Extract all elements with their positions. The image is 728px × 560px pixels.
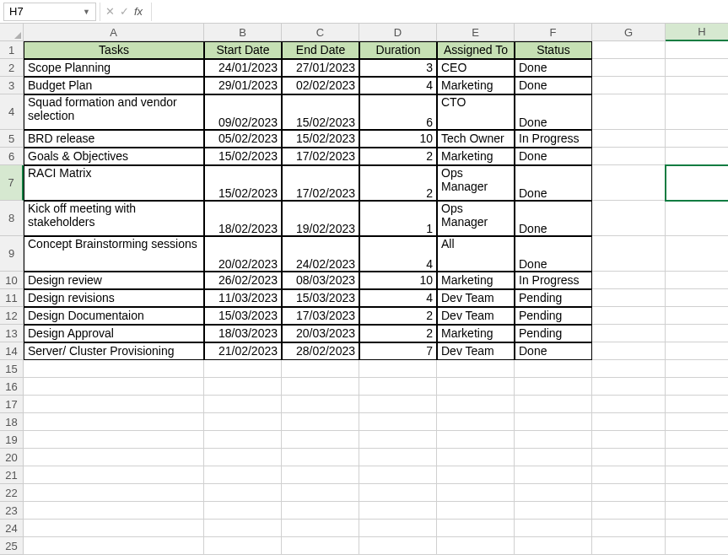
- cell-task[interactable]: Kick off meeting with stakeholders: [24, 201, 204, 236]
- cell-G10[interactable]: [592, 272, 666, 289]
- cell-start[interactable]: 29/01/2023: [204, 77, 282, 94]
- header-d[interactable]: Duration: [359, 41, 437, 59]
- cell-status[interactable]: Done: [515, 77, 592, 94]
- cell-start[interactable]: 11/03/2023: [204, 289, 282, 307]
- cell-G23[interactable]: [592, 502, 666, 520]
- cell-H7[interactable]: [666, 165, 728, 201]
- cell-dur[interactable]: 2: [359, 325, 437, 342]
- cell-F17[interactable]: [515, 396, 592, 413]
- cell-G5[interactable]: [592, 130, 666, 148]
- cell-dur[interactable]: 1: [359, 201, 437, 236]
- cell-C23[interactable]: [282, 502, 359, 520]
- cell-D21[interactable]: [359, 466, 437, 484]
- cell-H18[interactable]: [666, 413, 728, 431]
- cell-H20[interactable]: [666, 449, 728, 466]
- row-head-13[interactable]: 13: [0, 325, 24, 342]
- row-head-2[interactable]: 2: [0, 59, 24, 77]
- cell-H24[interactable]: [666, 520, 728, 537]
- cell-task[interactable]: Squad formation and vendor selection: [24, 94, 204, 130]
- cell-who[interactable]: Marketing: [437, 77, 515, 94]
- cell-F22[interactable]: [515, 484, 592, 502]
- cell-who[interactable]: All: [437, 236, 515, 272]
- cell-G11[interactable]: [592, 289, 666, 307]
- cell-F15[interactable]: [515, 360, 592, 378]
- cell-dur[interactable]: 10: [359, 130, 437, 148]
- cell-end[interactable]: 24/02/2023: [282, 236, 359, 272]
- accept-icon[interactable]: ✓: [120, 5, 129, 18]
- cell-end[interactable]: 15/02/2023: [282, 130, 359, 148]
- row-head-10[interactable]: 10: [0, 272, 24, 289]
- cell-H6[interactable]: [666, 148, 728, 165]
- cell-status[interactable]: Pending: [515, 325, 592, 342]
- cell-C22[interactable]: [282, 484, 359, 502]
- cell-start[interactable]: 18/02/2023: [204, 201, 282, 236]
- cell-status[interactable]: Done: [515, 342, 592, 360]
- cell-G16[interactable]: [592, 378, 666, 396]
- cell-B19[interactable]: [204, 431, 282, 449]
- cell-G6[interactable]: [592, 148, 666, 165]
- cell-E15[interactable]: [437, 360, 515, 378]
- cell-H15[interactable]: [666, 360, 728, 378]
- cell-B23[interactable]: [204, 502, 282, 520]
- cell-H4[interactable]: [666, 94, 728, 130]
- cell-G8[interactable]: [592, 201, 666, 236]
- row-head-17[interactable]: 17: [0, 396, 24, 413]
- cell-start[interactable]: 18/03/2023: [204, 325, 282, 342]
- cell-end[interactable]: 20/03/2023: [282, 325, 359, 342]
- cell-status[interactable]: Done: [515, 201, 592, 236]
- cell-E25[interactable]: [437, 537, 515, 555]
- cell-C19[interactable]: [282, 431, 359, 449]
- cell-end[interactable]: 02/02/2023: [282, 77, 359, 94]
- cell-who[interactable]: CEO: [437, 59, 515, 77]
- cell-D15[interactable]: [359, 360, 437, 378]
- cell-A15[interactable]: [24, 360, 204, 378]
- cell-D16[interactable]: [359, 378, 437, 396]
- cell-F25[interactable]: [515, 537, 592, 555]
- cell-A17[interactable]: [24, 396, 204, 413]
- cell-H25[interactable]: [666, 537, 728, 555]
- row-head-5[interactable]: 5: [0, 130, 24, 148]
- cell-who[interactable]: Dev Team: [437, 307, 515, 325]
- cell-F20[interactable]: [515, 449, 592, 466]
- col-head-C[interactable]: C: [282, 24, 359, 41]
- cell-B18[interactable]: [204, 413, 282, 431]
- cell-task[interactable]: Design Documentaion: [24, 307, 204, 325]
- cell-end[interactable]: 17/02/2023: [282, 148, 359, 165]
- cell-start[interactable]: 21/02/2023: [204, 342, 282, 360]
- cell-start[interactable]: 05/02/2023: [204, 130, 282, 148]
- cell-D17[interactable]: [359, 396, 437, 413]
- cell-H22[interactable]: [666, 484, 728, 502]
- cell-dur[interactable]: 3: [359, 59, 437, 77]
- cell-H13[interactable]: [666, 325, 728, 342]
- cell-E22[interactable]: [437, 484, 515, 502]
- cell-H16[interactable]: [666, 378, 728, 396]
- cell-dur[interactable]: 6: [359, 94, 437, 130]
- row-head-9[interactable]: 9: [0, 236, 24, 272]
- cell-task[interactable]: Goals & Objectives: [24, 148, 204, 165]
- cell-start[interactable]: 20/02/2023: [204, 236, 282, 272]
- cell-C17[interactable]: [282, 396, 359, 413]
- cell-D23[interactable]: [359, 502, 437, 520]
- cancel-icon[interactable]: ✕: [105, 5, 115, 18]
- header-b[interactable]: Start Date: [204, 41, 282, 59]
- cell-start[interactable]: 26/02/2023: [204, 272, 282, 289]
- cell-status[interactable]: Done: [515, 165, 592, 201]
- cell-H14[interactable]: [666, 342, 728, 360]
- cell-E18[interactable]: [437, 413, 515, 431]
- cell-H21[interactable]: [666, 466, 728, 484]
- cell-E16[interactable]: [437, 378, 515, 396]
- select-all-corner[interactable]: [0, 24, 24, 41]
- cell-G22[interactable]: [592, 484, 666, 502]
- row-head-4[interactable]: 4: [0, 94, 24, 130]
- cell-who[interactable]: Dev Team: [437, 289, 515, 307]
- name-box[interactable]: H7 ▼: [3, 3, 96, 21]
- cell-H10[interactable]: [666, 272, 728, 289]
- cell-G25[interactable]: [592, 537, 666, 555]
- row-head-3[interactable]: 3: [0, 77, 24, 94]
- cell-F18[interactable]: [515, 413, 592, 431]
- cell-B15[interactable]: [204, 360, 282, 378]
- cell-A20[interactable]: [24, 449, 204, 466]
- cell-end[interactable]: 17/02/2023: [282, 165, 359, 201]
- cell-A19[interactable]: [24, 431, 204, 449]
- cell-G17[interactable]: [592, 396, 666, 413]
